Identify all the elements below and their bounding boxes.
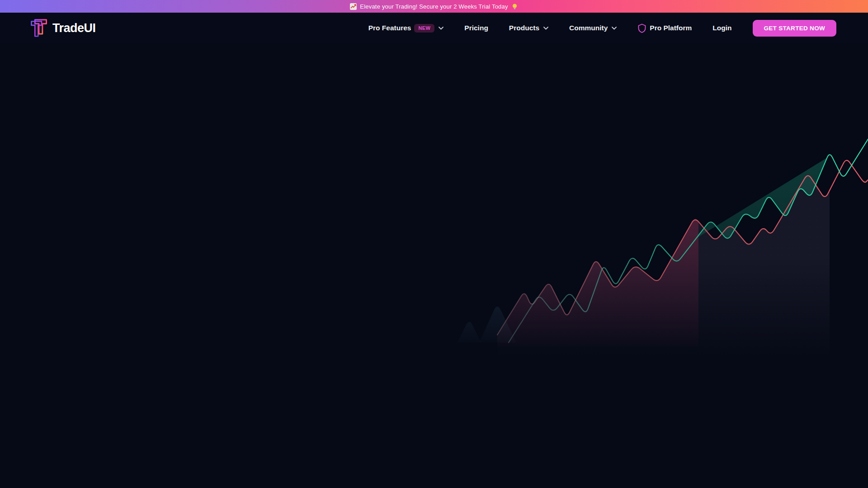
nav-menu: Pro FeaturesNEWPricingProductsCommunityP… — [368, 20, 836, 37]
logo-icon — [30, 18, 48, 38]
nav-item-label: Pro Features — [368, 24, 411, 32]
hero-chart-path — [458, 322, 481, 343]
nav-item-label: Community — [569, 24, 608, 32]
nav-item-pro-platform[interactable]: Pro Platform — [637, 23, 692, 33]
light-bulb-emoji — [511, 3, 518, 10]
new-badge: NEW — [414, 24, 434, 33]
hero-chart-path — [497, 219, 698, 346]
shield-icon — [637, 23, 646, 33]
nav-item-community[interactable]: Community — [569, 24, 617, 32]
get-started-button[interactable]: GET STARTED NOW — [753, 20, 837, 37]
chevron-down-icon — [612, 27, 617, 30]
chevron-down-icon — [439, 27, 443, 30]
nav-item-label: Pricing — [464, 24, 488, 32]
hero-section — [0, 43, 868, 488]
hero-chart-svg — [452, 129, 868, 361]
login-label: Login — [712, 24, 731, 32]
nav-item-pro-features[interactable]: Pro FeaturesNEW — [368, 24, 444, 33]
login-link[interactable]: Login — [712, 24, 731, 32]
chart-increasing-emoji — [350, 3, 357, 10]
promo-banner: Elevate your Trading! Secure your 2 Week… — [0, 0, 868, 13]
navbar: TradeUI Pro FeaturesNEWPricingProductsCo… — [0, 13, 868, 43]
banner-text: Elevate your Trading! Secure your 2 Week… — [360, 3, 508, 10]
nav-item-pricing[interactable]: Pricing — [464, 24, 488, 32]
nav-item-products[interactable]: Products — [509, 24, 548, 32]
logo[interactable]: TradeUI — [30, 18, 96, 38]
logo-text: TradeUI — [52, 21, 96, 35]
nav-item-label: Products — [509, 24, 539, 32]
nav-item-label: Pro Platform — [650, 24, 692, 32]
chevron-down-icon — [543, 27, 548, 30]
